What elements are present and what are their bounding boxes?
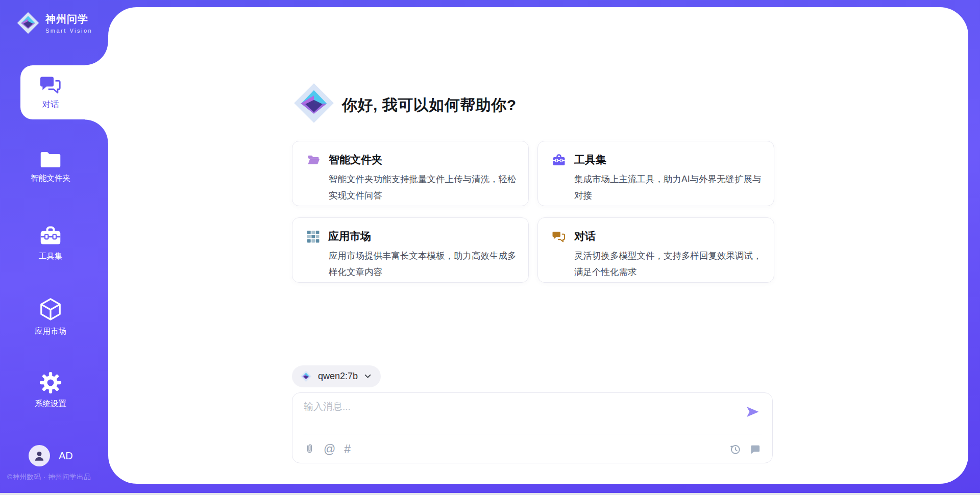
gem-logo-icon	[292, 82, 335, 127]
brand-logo: 神州问学 Smart Vision	[16, 11, 92, 35]
sidebar-item-label: 对话	[42, 99, 59, 110]
paperclip-icon[interactable]	[304, 443, 315, 455]
card-title: 对话	[574, 229, 596, 243]
composer-tools-left: @ #	[304, 439, 351, 459]
cube-icon	[39, 297, 62, 321]
quick-reply-icon[interactable]	[749, 443, 761, 455]
tab-curve-top	[85, 42, 108, 65]
briefcase-icon	[39, 225, 62, 246]
sidebar-item-toolset[interactable]: 工具集	[0, 225, 101, 262]
tab-curve-bottom	[85, 119, 108, 143]
send-icon[interactable]	[745, 404, 760, 422]
copyright-text: ©神州数码 · 神州问学出品	[7, 473, 91, 482]
page-edge	[0, 493, 980, 495]
sidebar-item-chat[interactable]: 对话	[20, 65, 108, 119]
card-title: 工具集	[574, 153, 606, 167]
sidebar-item-smart-folder[interactable]: 智能文件夹	[0, 150, 101, 184]
folder-icon	[40, 150, 61, 168]
model-selector[interactable]: qwen2:7b	[292, 365, 381, 387]
app-root: 神州问学 Smart Vision 对话 智能文件夹	[0, 0, 980, 495]
card-app-market[interactable]: 应用市场 应用市场提供丰富长文本模板，助力高效生成多样化文章内容	[292, 217, 529, 283]
folder-open-icon	[307, 154, 320, 166]
gear-icon	[39, 372, 62, 394]
card-toolset[interactable]: 工具集 集成市场上主流工具，助力AI与外界无缝扩展与对接	[537, 141, 774, 206]
card-header: 工具集	[552, 153, 761, 167]
brand-subtitle: Smart Vision	[45, 28, 92, 34]
composer: @ #	[292, 392, 773, 463]
sidebar-item-app-market[interactable]: 应用市场	[0, 297, 101, 337]
sidebar-item-label: 系统设置	[35, 399, 66, 409]
card-title: 智能文件夹	[329, 153, 382, 167]
model-name: qwen2:7b	[318, 371, 358, 382]
blocks-icon	[307, 230, 320, 243]
card-header: 对话	[552, 229, 761, 243]
card-header: 智能文件夹	[307, 153, 515, 167]
user-name: AD	[59, 450, 73, 462]
brand-name: 神州问学	[45, 12, 92, 26]
briefcase-icon	[552, 154, 566, 166]
main-panel: 你好, 我可以如何帮助你? 智能文件夹 智能文件夹功能支持批量文件上传与清洗，轻…	[108, 7, 968, 484]
card-description: 集成市场上主流工具，助力AI与外界无缝扩展与对接	[574, 171, 764, 204]
composer-divider	[303, 434, 762, 434]
hash-icon[interactable]: #	[344, 443, 351, 455]
gem-logo-icon	[16, 11, 40, 35]
card-title: 应用市场	[328, 229, 371, 243]
sidebar-item-settings[interactable]: 系统设置	[0, 372, 101, 409]
greeting-title: 你好, 我可以如何帮助你?	[342, 95, 517, 116]
card-description: 应用市场提供丰富长文本模板，助力高效生成多样化文章内容	[329, 247, 519, 280]
message-input[interactable]	[304, 400, 732, 430]
chevron-down-icon[interactable]	[364, 373, 372, 380]
card-header: 应用市场	[307, 229, 515, 243]
brand-text: 神州问学 Smart Vision	[45, 12, 92, 34]
card-chat[interactable]: 对话 灵活切换多模型文件，支持多样回复效果调试，满足个性化需求	[537, 217, 774, 283]
sidebar-item-label: 应用市场	[35, 326, 66, 337]
history-icon[interactable]	[729, 443, 741, 455]
composer-tools-right	[729, 439, 761, 459]
card-smart-folder[interactable]: 智能文件夹 智能文件夹功能支持批量文件上传与清洗，轻松实现文件问答	[292, 141, 529, 206]
sidebar: 神州问学 Smart Vision 对话 智能文件夹	[0, 0, 108, 495]
sidebar-item-label: 工具集	[39, 251, 63, 262]
user-profile[interactable]: AD	[29, 445, 73, 466]
sidebar-item-label: 智能文件夹	[31, 173, 70, 184]
person-icon	[33, 449, 46, 462]
card-description: 智能文件夹功能支持批量文件上传与清洗，轻松实现文件问答	[329, 171, 519, 204]
chat-bubbles-icon	[39, 75, 62, 95]
chat-bubbles-icon	[552, 230, 566, 243]
gem-logo-icon	[300, 370, 312, 382]
at-icon[interactable]: @	[324, 443, 335, 455]
avatar[interactable]	[29, 445, 50, 466]
card-description: 灵活切换多模型文件，支持多样回复效果调试，满足个性化需求	[574, 247, 764, 280]
